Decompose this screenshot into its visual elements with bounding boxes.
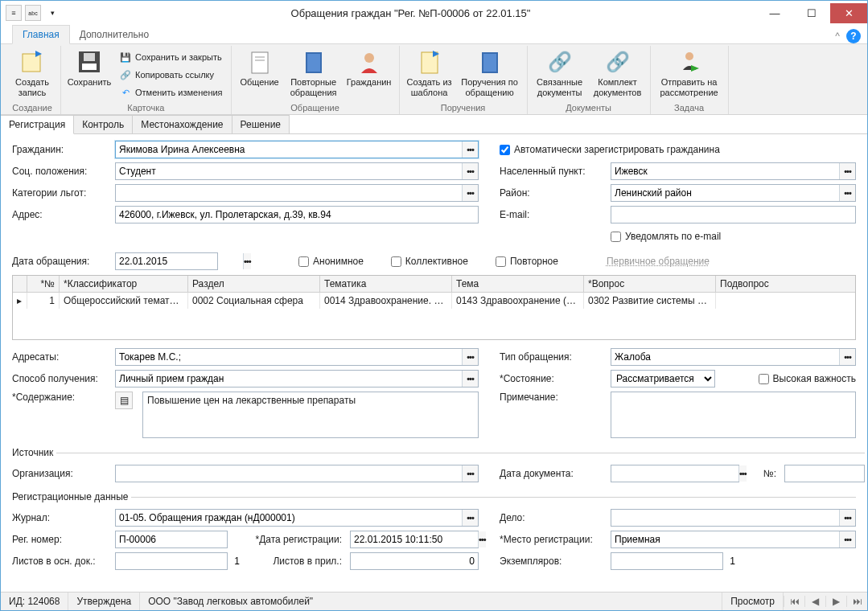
citizen-field[interactable]: ••• bbox=[115, 141, 479, 158]
cats-field[interactable]: ••• bbox=[115, 184, 479, 202]
citizen-button[interactable]: Гражданин bbox=[344, 49, 394, 88]
repeat-appeals-button[interactable]: Повторные обращения bbox=[286, 49, 341, 97]
regnum-field[interactable] bbox=[115, 531, 228, 548]
qat-btn-1[interactable]: ≡ bbox=[6, 5, 22, 21]
sheetsmain-field[interactable] bbox=[115, 552, 228, 570]
soc-field[interactable]: ••• bbox=[115, 162, 479, 180]
docnum-input[interactable] bbox=[785, 465, 867, 482]
tab-control[interactable]: Контроль bbox=[74, 115, 133, 133]
org-picker[interactable]: ••• bbox=[462, 465, 478, 482]
addr-field[interactable] bbox=[115, 206, 479, 223]
citizen-input[interactable] bbox=[116, 141, 462, 158]
regplace-field[interactable]: ••• bbox=[611, 531, 856, 548]
docdate-field[interactable]: ••• bbox=[611, 465, 739, 482]
org-input[interactable] bbox=[116, 465, 462, 482]
citizen-picker[interactable]: ••• bbox=[462, 141, 478, 158]
copies-input[interactable] bbox=[611, 553, 738, 569]
addressees-picker[interactable]: ••• bbox=[462, 349, 478, 365]
th-subj[interactable]: Тема bbox=[452, 276, 584, 292]
nav-prev[interactable]: ◀ bbox=[804, 596, 825, 607]
addr-input[interactable] bbox=[116, 207, 478, 223]
send-review-button[interactable]: Отправить на рассмотрение bbox=[656, 49, 723, 97]
ribbon-tab-main[interactable]: Главная bbox=[12, 25, 70, 44]
city-field[interactable]: ••• bbox=[611, 162, 856, 180]
ribbon-collapse-icon[interactable]: ^ bbox=[835, 31, 840, 42]
district-picker[interactable]: ••• bbox=[839, 185, 855, 201]
minimize-button[interactable]: — bbox=[756, 3, 793, 23]
regdate-input[interactable] bbox=[351, 531, 478, 547]
journal-field[interactable]: ••• bbox=[115, 509, 479, 527]
soc-picker[interactable]: ••• bbox=[462, 163, 478, 179]
tab-location[interactable]: Местонахождение bbox=[133, 115, 232, 133]
method-field[interactable]: ••• bbox=[115, 370, 479, 388]
addressees-input[interactable] bbox=[116, 349, 462, 365]
type-picker[interactable]: ••• bbox=[839, 349, 855, 365]
journal-picker[interactable]: ••• bbox=[462, 510, 478, 526]
district-input[interactable] bbox=[611, 185, 839, 201]
close-button[interactable]: ✕ bbox=[830, 3, 867, 23]
tab-decision[interactable]: Решение bbox=[232, 115, 290, 133]
type-input[interactable] bbox=[611, 349, 839, 365]
linked-docs-button[interactable]: 🔗Связанные документы bbox=[533, 49, 587, 97]
content-expand-icon[interactable]: ▤ bbox=[115, 392, 133, 409]
th-section[interactable]: Раздел bbox=[188, 276, 320, 292]
cats-picker[interactable]: ••• bbox=[462, 185, 478, 201]
regdate-picker[interactable]: ••• bbox=[478, 531, 486, 547]
nav-next[interactable]: ▶ bbox=[825, 596, 846, 607]
qat-btn-2[interactable]: abc bbox=[25, 5, 41, 21]
maximize-button[interactable]: ☐ bbox=[793, 3, 830, 23]
table-row[interactable]: ▸ 1 Общероссийский тематич... 0002 Социа… bbox=[13, 293, 855, 309]
th-no[interactable]: *№ bbox=[27, 276, 60, 292]
addressees-field[interactable]: ••• bbox=[115, 348, 479, 366]
create-record-button[interactable]: Создать запись bbox=[9, 49, 56, 97]
journal-input[interactable] bbox=[116, 510, 462, 526]
collective-checkbox[interactable]: Коллективное bbox=[391, 256, 468, 267]
nav-first[interactable]: ⏮ bbox=[784, 596, 804, 607]
method-picker[interactable]: ••• bbox=[462, 371, 478, 387]
anon-checkbox[interactable]: Анонимное bbox=[298, 256, 364, 267]
delo-input[interactable] bbox=[611, 510, 839, 526]
city-input[interactable] bbox=[611, 163, 839, 179]
regplace-input[interactable] bbox=[611, 531, 839, 547]
type-field[interactable]: ••• bbox=[611, 348, 856, 366]
delo-field[interactable]: ••• bbox=[611, 509, 856, 527]
sheetsapp-field[interactable] bbox=[350, 552, 479, 570]
regdate-field[interactable]: ••• bbox=[350, 531, 479, 548]
sheetsmain-input[interactable] bbox=[116, 553, 243, 569]
classifier-table[interactable]: *№ *Классификатор Раздел Тематика Тема *… bbox=[12, 275, 856, 340]
priority-checkbox[interactable]: Высокая важность bbox=[759, 373, 856, 384]
th-q[interactable]: *Вопрос bbox=[584, 276, 716, 292]
note-textarea[interactable] bbox=[611, 392, 856, 438]
email-field[interactable] bbox=[611, 206, 856, 223]
communication-button[interactable]: Общение bbox=[237, 49, 283, 88]
date-input[interactable] bbox=[116, 253, 243, 269]
copies-field[interactable] bbox=[611, 552, 723, 570]
docdate-picker[interactable]: ••• bbox=[738, 465, 747, 482]
cancel-changes-button[interactable]: ↶Отменить изменения bbox=[116, 84, 226, 100]
docnum-field[interactable] bbox=[784, 465, 865, 482]
district-field[interactable]: ••• bbox=[611, 184, 856, 202]
th-cls[interactable]: *Классификатор bbox=[60, 276, 188, 292]
qat-dropdown[interactable]: ▾ bbox=[44, 5, 60, 21]
org-field[interactable]: ••• bbox=[115, 465, 479, 482]
th-theme[interactable]: Тематика bbox=[320, 276, 452, 292]
state-select[interactable]: Рассматривается bbox=[611, 370, 715, 388]
ribbon-tab-extra[interactable]: Дополнительно bbox=[70, 26, 158, 43]
save-close-button[interactable]: 💾Сохранить и закрыть bbox=[116, 49, 226, 65]
help-icon[interactable]: ? bbox=[846, 29, 861, 43]
city-picker[interactable]: ••• bbox=[839, 163, 855, 179]
create-from-template-button[interactable]: Создать из шаблона bbox=[405, 49, 455, 97]
orders-by-appeal-button[interactable]: Поручения по обращению bbox=[458, 49, 522, 97]
delo-picker[interactable]: ••• bbox=[839, 510, 855, 526]
cats-input[interactable] bbox=[116, 185, 462, 201]
doc-set-button[interactable]: 🔗Комплект документов bbox=[590, 49, 645, 97]
sheetsapp-input[interactable] bbox=[351, 553, 478, 569]
docdate-input[interactable] bbox=[611, 465, 738, 482]
method-input[interactable] bbox=[116, 371, 462, 387]
notify-email-checkbox[interactable]: Уведомлять по e-mail bbox=[611, 231, 721, 242]
soc-input[interactable] bbox=[116, 163, 462, 179]
auto-reg-checkbox[interactable]: Автоматически зарегистрировать гражданин… bbox=[500, 144, 720, 155]
tab-registration[interactable]: Регистрация bbox=[1, 115, 74, 134]
date-picker[interactable]: ••• bbox=[243, 253, 251, 269]
copy-link-button[interactable]: 🔗Копировать ссылку bbox=[116, 67, 226, 83]
